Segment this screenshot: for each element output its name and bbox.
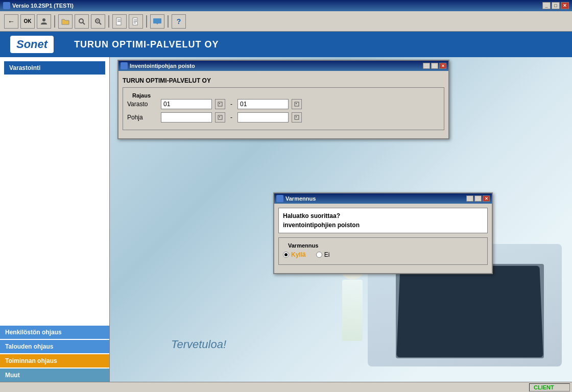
sidebar-nav: Henkilöstön ohjaus Talouden ohjaus Toimi…	[0, 326, 109, 382]
radio-kylla[interactable]: Kyllä	[283, 251, 306, 258]
radio-group: Kyllä Ei	[283, 249, 483, 260]
main-dialog-minimize[interactable]: _	[423, 63, 430, 69]
question-box: Haluatko suorittaa? inventointipohjien p…	[278, 208, 488, 233]
minimize-button[interactable]: _	[542, 2, 551, 9]
client-label: CLIENT	[534, 384, 554, 390]
varasto-row: Varasto -	[127, 99, 440, 109]
welcome-text: Tervetuloa!	[171, 338, 226, 351]
varasto-to-input[interactable]	[237, 99, 289, 109]
doc2-button[interactable]	[129, 14, 143, 29]
toolbar-separator-4	[168, 15, 169, 28]
main-layout: Varastointi Henkilöstön ohjaus Talouden …	[0, 57, 572, 382]
title-bar: Versio 10.2SP1 (TESTI) _ □ ✕	[0, 0, 572, 11]
main-dialog-titlebar: Inventointipohjan poisto _ □ ✕	[118, 61, 448, 71]
sidebar-item-muut[interactable]: Muut	[0, 369, 109, 382]
varasto-to-btn[interactable]	[292, 99, 302, 109]
profile-button[interactable]	[37, 14, 51, 29]
close-button[interactable]: ✕	[561, 2, 569, 9]
sidebar: Varastointi Henkilöstön ohjaus Talouden …	[0, 57, 110, 382]
help-button[interactable]: ?	[172, 14, 186, 29]
title-bar-left: Versio 10.2SP1 (TESTI)	[3, 2, 74, 9]
radio-kylla-label: Kyllä	[291, 251, 306, 258]
confirm-dialog-close[interactable]: ✕	[483, 195, 490, 202]
radio-ei-label: Ei	[324, 251, 330, 258]
main-dialog-content: TURUN OPTIMI-PALVELUT OY Rajaus Varasto …	[118, 71, 448, 138]
main-dialog-icon	[121, 62, 128, 69]
screen-button[interactable]	[150, 14, 164, 29]
main-dialog-maximize[interactable]: □	[431, 63, 438, 69]
content-area: Tervetuloa! Inventointipohjan poisto _ □…	[110, 57, 572, 382]
rajaus-legend: Rajaus	[130, 92, 153, 99]
pohja-to-btn[interactable]	[292, 112, 302, 122]
svg-rect-21	[296, 116, 297, 117]
main-dialog-buttons[interactable]: _ □ ✕	[423, 63, 446, 69]
varasto-from-input[interactable]	[161, 99, 212, 109]
varasto-label: Varasto	[127, 101, 158, 108]
toolbar-separator-1	[54, 15, 55, 28]
sidebar-top: Varastointi	[0, 57, 109, 79]
svg-point-1	[79, 19, 83, 23]
main-dialog-title: Inventointipohjan poisto	[130, 63, 195, 69]
company-title: TURUN OPTIMI-PALVELUT OY	[74, 39, 219, 50]
title-bar-buttons[interactable]: _ □ ✕	[542, 2, 569, 9]
varmennus-legend: Varmennus	[286, 242, 320, 249]
sidebar-item-talous[interactable]: Talouden ohjaus	[0, 340, 109, 353]
confirm-dialog-buttons[interactable]: _ □ ✕	[466, 195, 490, 202]
confirm-dialog-minimize[interactable]: _	[466, 195, 473, 202]
back-button[interactable]: ←	[4, 14, 18, 29]
pohja-dash: -	[230, 114, 232, 121]
question-label: Haluatko suorittaa?	[283, 212, 483, 219]
rajaus-fieldset: Rajaus Varasto -	[123, 87, 444, 130]
svg-rect-17	[296, 103, 297, 104]
confirm-dialog-icon	[276, 195, 283, 202]
zoom-button[interactable]	[91, 14, 105, 29]
sidebar-item-henkilosto[interactable]: Henkilöstön ohjaus	[0, 326, 109, 339]
varasto-dash: -	[230, 101, 232, 108]
svg-point-0	[42, 18, 45, 21]
status-client: CLIENT	[529, 383, 570, 391]
main-dialog-close[interactable]: ✕	[439, 63, 446, 69]
pohja-from-btn[interactable]	[215, 112, 225, 122]
search-icon-button[interactable]	[75, 14, 89, 29]
main-dialog-company: TURUN OPTIMI-PALVELUT OY	[123, 75, 444, 87]
radio-ei[interactable]: Ei	[316, 251, 330, 258]
app-header: Sonet TURUN OPTIMI-PALVELUT OY	[0, 32, 572, 57]
title-bar-text: Versio 10.2SP1 (TESTI)	[12, 3, 74, 9]
maximize-button[interactable]: □	[552, 2, 560, 9]
toolbar-separator-2	[108, 15, 109, 28]
main-dialog-title-left: Inventointipohjan poisto	[121, 62, 195, 69]
sidebar-item-toiminta[interactable]: Toiminnan ohjaus	[0, 354, 109, 368]
toolbar-separator-3	[146, 15, 147, 28]
main-dialog: Inventointipohjan poisto _ □ ✕ TURUN OPT…	[117, 60, 449, 139]
svg-line-2	[83, 22, 85, 24]
varasto-from-btn[interactable]	[215, 99, 225, 109]
svg-rect-15	[219, 103, 220, 104]
svg-rect-19	[219, 116, 220, 117]
sidebar-item-varastointi[interactable]: Varastointi	[4, 61, 105, 75]
svg-rect-13	[153, 18, 161, 23]
confirm-dialog-maximize[interactable]: □	[474, 195, 482, 202]
status-bar: CLIENT	[0, 382, 572, 392]
question-text: inventointipohjien poiston	[283, 222, 483, 229]
confirm-dialog: Varmennus _ □ ✕ Haluatko suorittaa? inve…	[273, 192, 493, 274]
radio-kylla-circle[interactable]	[283, 252, 289, 258]
varmennus-section: Varmennus Kyllä Ei	[278, 237, 488, 265]
app-icon	[3, 2, 10, 9]
app-logo: Sonet	[10, 36, 54, 53]
folder-button[interactable]	[58, 14, 73, 29]
pohja-from-input[interactable]	[161, 112, 212, 122]
background-content: Tervetuloa! Inventointipohjan poisto _ □…	[110, 57, 572, 382]
confirm-dialog-content: Haluatko suorittaa? inventointipohjien p…	[274, 204, 492, 273]
ok-button[interactable]: OK	[20, 14, 35, 29]
pohja-label: Pohja	[127, 114, 158, 121]
pohja-row: Pohja -	[127, 112, 440, 122]
confirm-dialog-title: Varmennus	[285, 195, 316, 202]
pohja-to-input[interactable]	[237, 112, 289, 122]
doc1-button[interactable]	[112, 14, 127, 29]
toolbar: ← OK ?	[0, 11, 572, 32]
confirm-dialog-title-left: Varmennus	[276, 195, 316, 202]
svg-line-4	[99, 22, 101, 24]
confirm-dialog-titlebar: Varmennus _ □ ✕	[274, 193, 492, 204]
radio-ei-circle[interactable]	[316, 252, 322, 258]
